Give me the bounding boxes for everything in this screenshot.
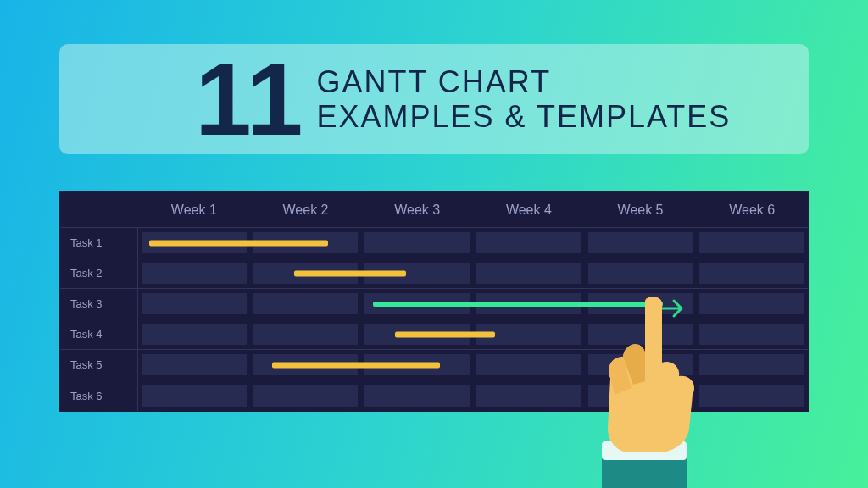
gantt-cell <box>588 385 693 407</box>
gantt-cell <box>588 324 693 345</box>
gantt-corner <box>60 192 138 227</box>
task-label: Task 3 <box>60 289 138 319</box>
gantt-cell <box>699 354 804 375</box>
task-cells <box>138 228 808 258</box>
gantt-bar <box>294 270 406 276</box>
title-line-1: GANTT CHART <box>316 64 731 99</box>
gantt-bar <box>395 331 496 337</box>
gantt-cell <box>364 385 470 407</box>
gantt-cell <box>142 385 247 407</box>
gantt-cell <box>699 293 804 314</box>
task-cells <box>138 289 808 319</box>
gantt-cell <box>253 324 359 345</box>
task-label: Task 2 <box>60 258 138 288</box>
gantt-cell <box>476 263 581 284</box>
gantt-row: Task 1 <box>60 228 808 258</box>
col-header: Week 5 <box>585 192 697 227</box>
gantt-cell <box>476 354 581 375</box>
gantt-cell <box>699 263 804 284</box>
gantt-cell <box>476 385 581 407</box>
gantt-row: Task 6 <box>60 380 808 411</box>
task-label: Task 1 <box>60 228 138 258</box>
gantt-cell <box>699 232 804 253</box>
gantt-cell <box>588 263 693 284</box>
gantt-cell <box>699 385 804 407</box>
title-number: 11 <box>195 48 298 150</box>
svg-rect-0 <box>602 450 687 488</box>
gantt-cell <box>253 293 359 314</box>
gantt-row: Task 4 <box>60 319 808 350</box>
task-cells <box>138 380 808 411</box>
col-header: Week 4 <box>473 192 585 227</box>
col-header: Week 6 <box>696 192 808 227</box>
gantt-cell <box>253 385 359 407</box>
col-header: Week 1 <box>138 192 250 227</box>
col-header: Week 3 <box>361 192 473 227</box>
gantt-header-row: Week 1 Week 2 Week 3 Week 4 Week 5 Week … <box>60 192 808 228</box>
svg-rect-1 <box>602 441 687 460</box>
title-text: GANTT CHART EXAMPLES & TEMPLATES <box>316 64 731 135</box>
gantt-cell <box>142 324 247 345</box>
gantt-chart: Week 1 Week 2 Week 3 Week 4 Week 5 Week … <box>59 191 809 412</box>
task-cells <box>138 258 808 288</box>
gantt-row: Task 5 <box>60 350 808 380</box>
gantt-row: Task 2 <box>60 258 808 289</box>
title-line-2: EXAMPLES & TEMPLATES <box>316 99 731 134</box>
gantt-cell <box>476 232 581 253</box>
gantt-cell <box>588 232 693 253</box>
gantt-body: Task 1Task 2Task 3Task 4Task 5Task 6 <box>60 228 808 411</box>
gantt-cell <box>588 354 693 375</box>
gantt-bar <box>272 362 440 368</box>
task-label: Task 4 <box>60 319 138 349</box>
task-label: Task 6 <box>60 380 138 411</box>
title-card: 11 GANTT CHART EXAMPLES & TEMPLATES <box>59 44 809 154</box>
gantt-row: Task 3 <box>60 289 808 319</box>
gantt-bar <box>149 240 328 246</box>
task-cells <box>138 319 808 349</box>
gantt-cell <box>142 354 247 375</box>
task-label: Task 5 <box>60 350 138 380</box>
gantt-bar <box>373 302 663 307</box>
gantt-cell <box>142 293 247 314</box>
gantt-cell <box>364 232 470 253</box>
col-header: Week 2 <box>250 192 362 227</box>
task-cells <box>138 350 808 380</box>
gantt-cell <box>699 324 804 345</box>
gantt-cell <box>142 263 247 284</box>
